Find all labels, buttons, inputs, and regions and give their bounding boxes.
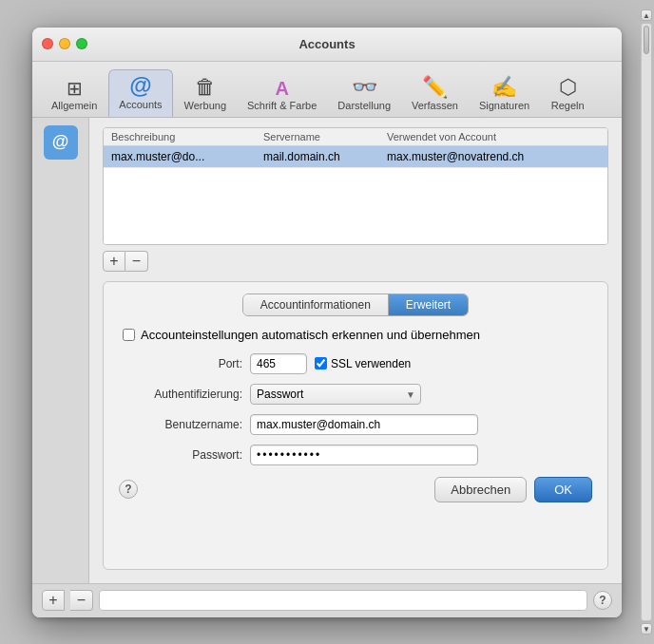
footer-help-button[interactable]: ? <box>593 591 612 610</box>
tab-accountinfo[interactable]: Accountinformationen <box>243 294 389 315</box>
toolbar-label-accounts: Accounts <box>119 99 162 110</box>
schrift-icon: A <box>275 79 288 98</box>
main-panel: Beschreibung Servername Verwendet von Ac… <box>89 118 622 583</box>
ssl-row: SSL verwenden <box>315 357 411 370</box>
auth-select[interactable]: Passwort MD5 Challenge-Response NTLM Ker… <box>250 384 421 405</box>
auth-label: Authentifizierung: <box>119 388 242 401</box>
sidebar: @ <box>32 118 89 583</box>
username-label: Benutzername: <box>119 418 242 431</box>
password-row: Passwort: <box>119 445 592 465</box>
toolbar-item-darstellung[interactable]: 👓 Darstellung <box>328 73 400 117</box>
password-input[interactable] <box>250 445 478 465</box>
accounts-icon: @ <box>129 74 151 97</box>
table-header: Beschreibung Servername Verwendet von Ac… <box>104 128 607 146</box>
username-row: Benutzername: <box>119 414 592 435</box>
cell-verwendet: max.muster@novatrend.ch <box>387 150 600 163</box>
toolbar-label-verfassen: Verfassen <box>412 100 458 111</box>
toolbar-item-werbung[interactable]: 🗑 Werbung <box>175 73 236 117</box>
toolbar-item-verfassen[interactable]: ✏️ Verfassen <box>402 73 468 117</box>
help-button[interactable]: ? <box>119 480 138 499</box>
tab-bar: Accountinformationen Erweitert <box>119 294 592 316</box>
window-controls <box>42 38 87 49</box>
auto-detect-row: Accounteinstellungen automatisch erkenne… <box>123 328 592 342</box>
content-area: @ Beschreibung Servername Verwendet von … <box>32 118 622 583</box>
accounts-table: Beschreibung Servername Verwendet von Ac… <box>103 127 608 245</box>
col-header-beschreibung: Beschreibung <box>111 131 263 142</box>
toolbar-item-schrift[interactable]: A Schrift & Farbe <box>238 75 326 117</box>
footer-name-field <box>99 590 587 611</box>
add-account-button[interactable]: + <box>103 251 125 272</box>
action-buttons: Abbrechen OK <box>434 477 592 502</box>
table-controls: + − <box>103 251 608 272</box>
toolbar-label-schrift: Schrift & Farbe <box>247 100 317 111</box>
maximize-button[interactable] <box>76 38 87 49</box>
toolbar-label-regeln: Regeln <box>551 100 585 111</box>
detail-panel: Accountinformationen Erweitert Accountei… <box>103 281 608 570</box>
toolbar-item-allgemein[interactable]: ⊞ Allgemein <box>42 75 106 117</box>
cell-beschreibung: max.muster@do... <box>111 150 263 163</box>
table-empty-area <box>104 168 607 244</box>
cell-servername: mail.domain.ch <box>263 150 387 163</box>
signaturen-icon: ✍️ <box>491 77 517 98</box>
col-header-verwendet: Verwendet von Account <box>387 131 600 142</box>
auto-detect-label: Accounteinstellungen automatisch erkenne… <box>141 328 480 342</box>
table-row[interactable]: max.muster@do... mail.domain.ch max.must… <box>104 146 607 168</box>
bottom-bar: ? Abbrechen OK <box>119 477 592 502</box>
footer-remove-button[interactable]: − <box>70 590 93 611</box>
ok-button[interactable]: OK <box>534 477 592 502</box>
darstellung-icon: 👓 <box>352 77 377 98</box>
ssl-checkbox[interactable] <box>315 357 327 369</box>
sidebar-account-icon[interactable]: @ <box>44 125 78 160</box>
window-footer: + − ? <box>32 583 622 617</box>
toolbar-label-signaturen: Signaturen <box>479 100 529 111</box>
port-label: Port: <box>119 357 242 370</box>
tab-segmented-control: Accountinformationen Erweitert <box>242 294 469 316</box>
password-label: Passwort: <box>119 448 242 462</box>
auth-select-wrapper: Passwort MD5 Challenge-Response NTLM Ker… <box>250 384 421 405</box>
regeln-icon: ⬡ <box>559 77 577 98</box>
minimize-button[interactable] <box>59 38 70 49</box>
toolbar-label-allgemein: Allgemein <box>51 100 97 111</box>
window-title: Accounts <box>298 37 355 51</box>
toolbar-item-accounts[interactable]: @ Accounts <box>108 69 172 117</box>
toolbar: ⊞ Allgemein @ Accounts 🗑 Werbung A Schri… <box>32 62 622 118</box>
port-input[interactable] <box>250 353 307 374</box>
close-button[interactable] <box>42 38 53 49</box>
cancel-button[interactable]: Abbrechen <box>434 477 527 502</box>
tab-erweitert[interactable]: Erweitert <box>389 294 468 315</box>
toolbar-label-werbung: Werbung <box>184 100 226 111</box>
main-window: Accounts ⊞ Allgemein @ Accounts 🗑 Werbun… <box>32 28 622 617</box>
allgemein-icon: ⊞ <box>67 79 83 98</box>
port-row: Port: SSL verwenden <box>119 353 592 374</box>
auto-detect-checkbox[interactable] <box>123 329 135 341</box>
toolbar-label-darstellung: Darstellung <box>337 100 391 111</box>
remove-account-button[interactable]: − <box>125 251 148 272</box>
username-input[interactable] <box>250 414 478 435</box>
titlebar: Accounts <box>32 28 622 62</box>
footer-add-button[interactable]: + <box>42 590 65 611</box>
toolbar-item-regeln[interactable]: ⬡ Regeln <box>541 73 594 117</box>
auth-row: Authentifizierung: Passwort MD5 Challeng… <box>119 384 592 405</box>
verfassen-icon: ✏️ <box>422 77 448 98</box>
werbung-icon: 🗑 <box>195 77 216 98</box>
ssl-label-text: SSL verwenden <box>331 357 411 370</box>
toolbar-item-signaturen[interactable]: ✍️ Signaturen <box>470 73 539 117</box>
col-header-servername: Servername <box>263 131 387 142</box>
